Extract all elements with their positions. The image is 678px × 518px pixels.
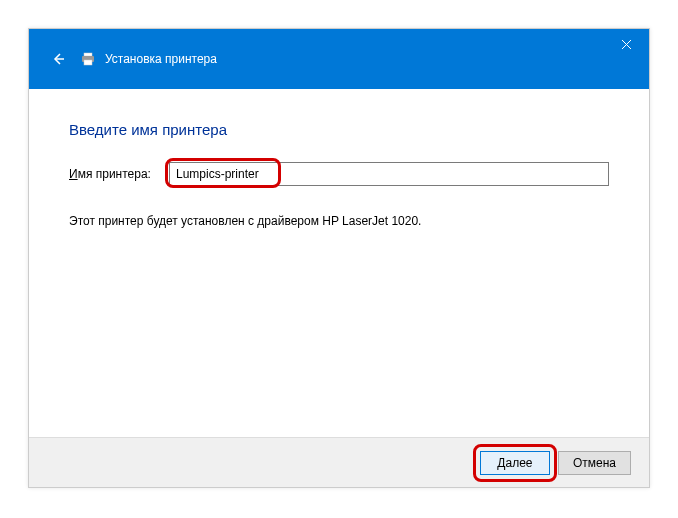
- printer-name-label: Имя принтера:: [69, 167, 169, 181]
- svg-rect-2: [84, 60, 92, 65]
- page-heading: Введите имя принтера: [69, 121, 609, 138]
- footer: Далее Отмена: [29, 437, 649, 487]
- driver-info-text: Этот принтер будет установлен с драйверо…: [69, 214, 609, 228]
- printer-name-row: Имя принтера:: [69, 162, 609, 186]
- next-button[interactable]: Далее: [480, 451, 550, 475]
- svg-rect-0: [84, 53, 92, 56]
- content-area: Введите имя принтера Имя принтера: Этот …: [29, 89, 649, 437]
- printer-icon: [79, 50, 97, 68]
- titlebar: Установка принтера: [29, 29, 649, 89]
- printer-name-input[interactable]: [169, 162, 609, 186]
- cancel-button[interactable]: Отмена: [558, 451, 631, 475]
- input-wrapper: [169, 162, 609, 186]
- wizard-window: Установка принтера Введите имя принтера …: [28, 28, 650, 488]
- window-title: Установка принтера: [105, 52, 217, 66]
- close-button[interactable]: [603, 29, 649, 59]
- next-button-wrapper: Далее: [480, 451, 550, 475]
- back-button[interactable]: [43, 44, 73, 74]
